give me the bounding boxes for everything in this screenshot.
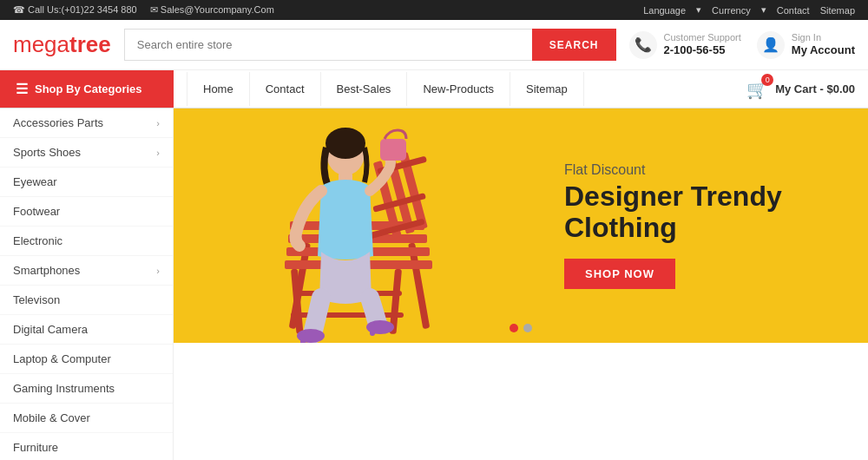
hamburger-icon: ☰	[16, 81, 28, 97]
logo-light: mega	[13, 31, 69, 57]
svg-rect-21	[300, 331, 306, 343]
sidebar-label-footwear: Footwear	[13, 205, 60, 218]
sidebar-label-mobile: Mobile & Cover	[13, 411, 90, 424]
sidebar-item-accessories[interactable]: Accessories Parts ›	[0, 108, 173, 138]
nav-links: Home Contact Best-Sales New-Products Sit…	[174, 72, 733, 106]
header-right: 📞 Customer Support 2-100-56-55 👤 Sign In…	[629, 31, 855, 59]
main-content: Accessories Parts › Sports Shoes › Eyewe…	[0, 108, 868, 460]
sidebar-label-television: Televison	[13, 293, 60, 306]
search-input[interactable]	[124, 29, 532, 61]
phone-info: ☎ Call Us:(+01)22 3454 880	[13, 4, 137, 16]
logo[interactable]: megatree	[13, 31, 111, 58]
cart-icon: 🛒 0	[746, 79, 768, 100]
nav-new-products[interactable]: New-Products	[407, 72, 510, 106]
sidebar-item-television[interactable]: Televison	[0, 286, 173, 315]
support-text: Customer Support 2-100-56-55	[664, 31, 741, 58]
sidebar-item-footwear[interactable]: Footwear	[0, 197, 173, 227]
top-bar-right: Language ▾ Currency ▾ Contact Sitemap	[643, 4, 855, 16]
hero-dots	[510, 324, 532, 332]
email-icon: ✉	[150, 4, 158, 15]
search-button[interactable]: SEARCH	[532, 29, 616, 61]
email-address: Sales@Yourcompany.Com	[161, 4, 274, 15]
sidebar-item-gaming[interactable]: Gaming Instruments	[0, 374, 173, 404]
support-group[interactable]: 📞 Customer Support 2-100-56-55	[629, 31, 741, 59]
sidebar-item-smartphones[interactable]: Smartphones ›	[0, 256, 173, 286]
account-group[interactable]: 👤 Sign In My Account	[757, 31, 855, 59]
support-phone: 2-100-56-55	[664, 43, 741, 58]
categories-button[interactable]: ☰ Shop By Categories	[0, 70, 174, 108]
top-bar-left: ☎ Call Us:(+01)22 3454 880 ✉ Sales@Yourc…	[13, 4, 274, 16]
email-info: ✉ Sales@Yourcompany.Com	[150, 4, 274, 16]
hero-inner: Flat Discount Designer Trendy Clothing S…	[174, 108, 868, 343]
cart-label: My Cart -	[775, 82, 824, 95]
nav-home[interactable]: Home	[187, 72, 250, 106]
sidebar-label-accessories: Accessories Parts	[13, 116, 103, 129]
support-label: Customer Support	[664, 31, 741, 43]
language-link[interactable]: Language	[643, 5, 686, 16]
nav-bar: ☰ Shop By Categories Home Contact Best-S…	[0, 70, 868, 108]
sidebar: Accessories Parts › Sports Shoes › Eyewe…	[0, 108, 174, 460]
hero-title-line2: Clothing	[564, 212, 677, 243]
sidebar-item-furniture[interactable]: Furniture	[0, 433, 173, 460]
header: megatree SEARCH 📞 Customer Support 2-100…	[0, 20, 868, 70]
svg-point-17	[326, 128, 365, 159]
hero-image	[174, 108, 556, 343]
hero-text-area: Flat Discount Designer Trendy Clothing S…	[556, 145, 868, 306]
hero-illustration	[234, 108, 495, 343]
sitemap-link[interactable]: Sitemap	[820, 5, 855, 16]
sidebar-label-gaming: Gaming Instruments	[13, 382, 115, 395]
sidebar-label-sports-shoes: Sports Shoes	[13, 146, 81, 159]
search-bar: SEARCH	[124, 29, 616, 61]
chevron-right-icon: ›	[156, 266, 160, 276]
sidebar-label-furniture: Furniture	[13, 441, 58, 454]
phone-icon: ☎	[13, 4, 25, 15]
support-icon: 📞	[629, 31, 657, 59]
cart-text: My Cart - $0.00	[775, 82, 855, 95]
logo-bold: tree	[69, 31, 111, 57]
sidebar-label-laptop: Laptop & Computer	[13, 352, 111, 365]
contact-link[interactable]: Contact	[777, 5, 810, 16]
nav-best-sales[interactable]: Best-Sales	[321, 72, 408, 106]
nav-sitemap[interactable]: Sitemap	[510, 72, 584, 106]
shop-now-button[interactable]: SHOP NOW	[564, 259, 675, 289]
sidebar-item-sports-shoes[interactable]: Sports Shoes ›	[0, 138, 173, 168]
account-text: Sign In My Account	[792, 31, 855, 58]
hero-title: Designer Trendy Clothing	[564, 181, 842, 242]
svg-rect-19	[380, 139, 406, 161]
chevron-right-icon: ›	[156, 118, 160, 128]
account-label: Sign In	[792, 31, 855, 43]
sidebar-label-electronic: Electronic	[13, 234, 62, 247]
hero-banner: Flat Discount Designer Trendy Clothing S…	[174, 108, 868, 343]
top-bar: ☎ Call Us:(+01)22 3454 880 ✉ Sales@Yourc…	[0, 0, 868, 20]
sidebar-label-digital-camera: Digital Camera	[13, 323, 88, 336]
sidebar-label-smartphones: Smartphones	[13, 264, 80, 277]
cart-area[interactable]: 🛒 0 My Cart - $0.00	[733, 79, 868, 100]
hero-dot-1[interactable]	[510, 324, 518, 332]
hero-title-line1: Designer Trendy	[564, 181, 782, 212]
account-icon: 👤	[757, 31, 785, 59]
currency-arrow: ▾	[761, 4, 766, 16]
sidebar-item-eyewear[interactable]: Eyewear	[0, 168, 173, 197]
phone-number: Call Us:(+01)22 3454 880	[28, 4, 137, 15]
sidebar-item-digital-camera[interactable]: Digital Camera	[0, 315, 173, 345]
account-value: My Account	[792, 43, 855, 58]
sidebar-item-laptop[interactable]: Laptop & Computer	[0, 345, 173, 374]
sidebar-label-eyewear: Eyewear	[13, 175, 57, 188]
svg-rect-23	[370, 322, 375, 336]
sidebar-item-mobile[interactable]: Mobile & Cover	[0, 404, 173, 433]
sidebar-item-electronic[interactable]: Electronic	[0, 227, 173, 256]
language-arrow: ▾	[696, 4, 701, 16]
cart-value: $0.00	[826, 82, 855, 95]
hero-flat-discount: Flat Discount	[564, 162, 842, 178]
cart-badge: 0	[761, 74, 773, 86]
hero-dot-2[interactable]	[523, 324, 532, 332]
nav-contact[interactable]: Contact	[250, 72, 321, 106]
chevron-right-icon: ›	[156, 148, 160, 158]
currency-link[interactable]: Currency	[712, 5, 751, 16]
categories-label: Shop By Categories	[35, 82, 142, 95]
